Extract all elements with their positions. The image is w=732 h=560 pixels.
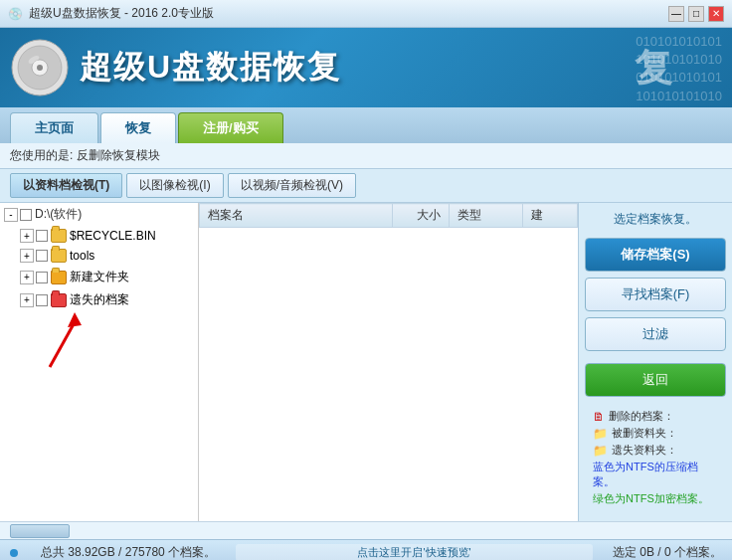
status-left: 总共 38.92GB / 275780 个档案。: [41, 544, 216, 560]
legend-green-text: 绿色为NTFS加密档案。: [593, 491, 709, 506]
status-right: 选定 0B / 0 个档案。: [613, 544, 722, 560]
col-filename: 档案名: [200, 204, 393, 228]
svg-point-3: [37, 65, 43, 71]
legend-ntfs-compress: 蓝色为NTFS的压缩档案。: [593, 460, 718, 489]
minimize-button[interactable]: —: [668, 6, 684, 22]
subtab-bar: 以资料档检视(T) 以图像检视(I) 以视频/音频检视(V): [0, 169, 732, 203]
tree-item-tools[interactable]: + tools: [0, 246, 198, 266]
tree-checkbox-2[interactable]: [36, 250, 48, 262]
tree-item-newfolder[interactable]: + 新建文件夹: [0, 266, 198, 288]
legend-blue-text: 蓝色为NTFS的压缩档案。: [593, 460, 718, 489]
title-bar: 💿 超级U盘数据恢复 - 2016 2.0专业版 — □ ✕: [0, 0, 732, 28]
status-bar: 总共 38.92GB / 275780 个档案。 点击这里开启'快速预览' 选定…: [0, 539, 732, 560]
svg-line-5: [50, 322, 75, 367]
file-panel[interactable]: 档案名 大小 类型 建: [199, 203, 578, 521]
legend-deleted-folder-icon: 📁: [593, 427, 608, 441]
tree-item-label-3: 新建文件夹: [70, 269, 129, 285]
header-title: 超级U盘数据恢复: [80, 46, 341, 90]
tree-checkbox-1[interactable]: [36, 230, 48, 242]
col-size: 大小: [392, 204, 449, 228]
legend-lost-folder: 📁 遗失资料夹：: [593, 443, 718, 458]
tree-item-label-4: 遗失的档案: [70, 291, 129, 308]
save-files-button[interactable]: 储存档案(S): [585, 238, 726, 272]
status-dot: [10, 549, 18, 557]
folder-icon-lost: [51, 293, 67, 307]
tree-expand-1[interactable]: +: [20, 229, 34, 243]
nav-tabs: 主页面 恢复 注册/购买: [0, 107, 732, 143]
folder-icon-2: [51, 249, 67, 263]
filter-button[interactable]: 过滤: [585, 317, 726, 351]
tree-expand-3[interactable]: +: [20, 271, 34, 284]
tree-panel[interactable]: - D:\(软件) + $RECYCLE.BIN + tools + 新建文件夹…: [0, 203, 199, 521]
scroll-area[interactable]: [0, 521, 732, 539]
legend-ntfs-encrypt: 绿色为NTFS加密档案。: [593, 491, 718, 506]
tree-item-recycle[interactable]: + $RECYCLE.BIN: [0, 226, 198, 246]
maximize-button[interactable]: □: [688, 6, 704, 22]
title-bar-left: 💿 超级U盘数据恢复 - 2016 2.0专业版: [8, 5, 214, 22]
tree-checkbox-root[interactable]: [20, 209, 32, 221]
main-content: - D:\(软件) + $RECYCLE.BIN + tools + 新建文件夹…: [0, 203, 732, 521]
header-logo: [0, 38, 80, 97]
col-date: 建: [522, 204, 577, 228]
tree-checkbox-3[interactable]: [36, 272, 48, 283]
legend-deleted-icon: 🗎: [593, 410, 605, 424]
scroll-thumb[interactable]: [10, 524, 70, 538]
subtab-image[interactable]: 以图像检视(I): [126, 173, 223, 198]
module-bar: 您使用的是: 反删除恢复模块: [0, 143, 732, 169]
quick-preview-button[interactable]: 点击这里开启'快速预览': [236, 544, 593, 560]
action-title: 选定档案恢复。: [585, 211, 726, 232]
back-button[interactable]: 返回: [585, 363, 726, 397]
find-files-button[interactable]: 寻找档案(F): [585, 278, 726, 311]
action-panel: 选定档案恢复。 储存档案(S) 寻找档案(F) 过滤 返回 🗎 删除的档案： 📁…: [578, 203, 732, 521]
tree-expand-2[interactable]: +: [20, 249, 34, 263]
legend-deleted-folder: 📁 被删资料夹：: [593, 426, 718, 441]
subtab-file[interactable]: 以资料档检视(T): [10, 173, 122, 198]
tree-expand-root[interactable]: -: [4, 208, 18, 222]
title-bar-controls: — □ ✕: [668, 6, 724, 22]
svg-marker-6: [68, 312, 82, 327]
col-type: 类型: [449, 204, 522, 228]
tree-item-label-2: tools: [70, 249, 94, 263]
legend-deleted: 🗎 删除的档案：: [593, 409, 718, 424]
tree-root[interactable]: - D:\(软件): [0, 203, 198, 226]
folder-icon-3: [51, 271, 67, 284]
file-table: 档案名 大小 类型 建: [199, 203, 578, 228]
window-title: 超级U盘数据恢复 - 2016 2.0专业版: [29, 5, 214, 22]
header-right-title: 复: [635, 43, 672, 93]
tree-item-lost[interactable]: + 遗失的档案: [0, 288, 198, 311]
legend-area: 🗎 删除的档案： 📁 被删资料夹： 📁 遗失资料夹： 蓝色为NTFS的压缩档案。…: [585, 403, 726, 514]
subtab-media[interactable]: 以视频/音频检视(V): [228, 173, 356, 198]
tab-register[interactable]: 注册/购买: [178, 112, 283, 143]
tree-checkbox-4[interactable]: [36, 294, 48, 306]
tree-item-label-1: $RECYCLE.BIN: [70, 229, 156, 243]
cd-icon: [10, 38, 70, 97]
title-disk-icon: 💿: [8, 7, 23, 21]
module-text: 您使用的是: 反删除恢复模块: [10, 148, 160, 162]
tab-restore[interactable]: 恢复: [100, 112, 176, 143]
header-banner: 超级U盘数据恢复 010101010101 101010101010 01010…: [0, 28, 732, 107]
tree-expand-4[interactable]: +: [20, 293, 34, 307]
folder-icon-1: [51, 229, 67, 243]
tab-home[interactable]: 主页面: [10, 112, 98, 143]
tree-root-label: D:\(软件): [35, 206, 82, 223]
legend-lost-folder-icon: 📁: [593, 444, 608, 458]
close-button[interactable]: ✕: [708, 6, 724, 22]
